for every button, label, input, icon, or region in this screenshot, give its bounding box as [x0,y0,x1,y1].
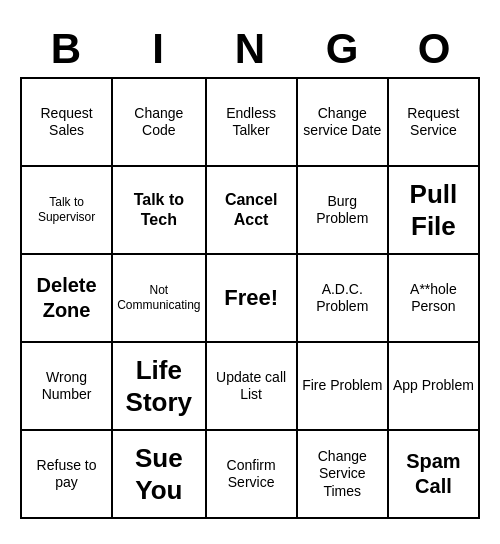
bingo-cell-14: A**hole Person [389,255,480,343]
bingo-grid: Request SalesChange CodeEndless TalkerCh… [20,77,480,519]
title-letter: B [22,25,110,73]
bingo-cell-4: Request Service [389,79,480,167]
title-letter: O [390,25,478,73]
title-letter: G [298,25,386,73]
bingo-cell-2: Endless Talker [207,79,298,167]
bingo-cell-10: Delete Zone [22,255,113,343]
bingo-cell-13: A.D.C. Problem [298,255,389,343]
title-letter: I [114,25,202,73]
bingo-cell-21: Sue You [113,431,206,519]
bingo-cell-19: App Problem [389,343,480,431]
title-letter: N [206,25,294,73]
bingo-cell-12: Free! [207,255,298,343]
bingo-cell-3: Change service Date [298,79,389,167]
bingo-cell-17: Update call List [207,343,298,431]
bingo-cell-7: Cancel Acct [207,167,298,255]
bingo-title: BINGO [20,25,480,73]
bingo-cell-1: Change Code [113,79,206,167]
bingo-cell-18: Fire Problem [298,343,389,431]
bingo-cell-11: Not Communicating [113,255,206,343]
bingo-cell-20: Refuse to pay [22,431,113,519]
bingo-cell-24: Spam Call [389,431,480,519]
bingo-card: BINGO Request SalesChange CodeEndless Ta… [10,15,490,529]
bingo-cell-0: Request Sales [22,79,113,167]
bingo-cell-8: Burg Problem [298,167,389,255]
bingo-cell-6: Talk to Tech [113,167,206,255]
bingo-cell-22: Confirm Service [207,431,298,519]
bingo-cell-23: Change Service Times [298,431,389,519]
bingo-cell-16: Life Story [113,343,206,431]
bingo-cell-5: Talk to Supervisor [22,167,113,255]
bingo-cell-15: Wrong Number [22,343,113,431]
bingo-cell-9: Pull File [389,167,480,255]
